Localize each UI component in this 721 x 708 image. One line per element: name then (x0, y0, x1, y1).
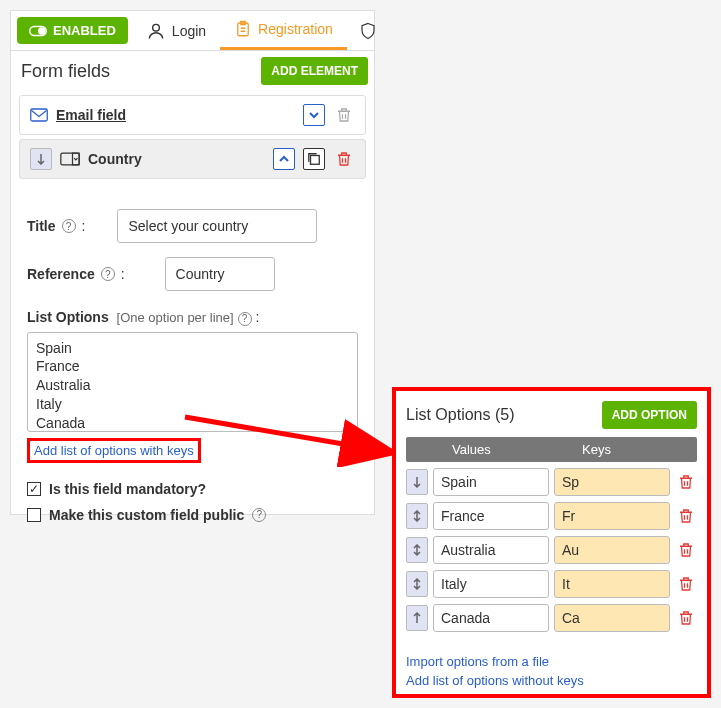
list-options-hint: [One option per line] (117, 310, 234, 325)
option-drag-handle[interactable] (406, 537, 428, 563)
field-row-country[interactable]: Country (19, 139, 366, 179)
svg-point-2 (153, 24, 160, 31)
option-row (406, 536, 697, 564)
enabled-label: ENABLED (53, 23, 116, 38)
add-options-with-keys-link[interactable]: Add list of options with keys (27, 438, 201, 463)
field-properties: Title ?: Reference ?: List Options [One … (11, 183, 374, 545)
option-key-input[interactable] (554, 468, 670, 496)
delete-option-button[interactable] (675, 573, 697, 595)
list-options-title: List Options (5) (406, 406, 514, 424)
public-label: Make this custom field public (49, 507, 244, 523)
tab-registration[interactable]: Registration (220, 11, 347, 50)
login-icon (146, 21, 166, 41)
help-icon[interactable]: ? (252, 508, 266, 522)
mandatory-label: Is this field mandatory? (49, 481, 206, 497)
email-icon (30, 108, 48, 122)
reference-label: Reference (27, 266, 95, 282)
help-icon[interactable]: ? (62, 219, 76, 233)
enabled-icon (29, 24, 47, 38)
col-values-label: Values (452, 442, 572, 457)
option-drag-handle[interactable] (406, 571, 428, 597)
add-element-button[interactable]: ADD ELEMENT (261, 57, 368, 85)
shield-icon (359, 21, 377, 41)
field-label: Email field (56, 107, 295, 123)
field-row-email[interactable]: Email field (19, 95, 366, 135)
delete-button[interactable] (333, 148, 355, 170)
svg-rect-4 (31, 109, 48, 121)
trash-icon (677, 541, 695, 559)
import-options-link[interactable]: Import options from a file (406, 654, 697, 669)
option-key-input[interactable] (554, 502, 670, 530)
dropdown-icon (60, 152, 80, 166)
trash-icon (677, 575, 695, 593)
trash-icon (335, 106, 353, 124)
public-checkbox[interactable] (27, 508, 41, 522)
trash-icon (677, 609, 695, 627)
duplicate-icon (307, 152, 321, 166)
trash-icon (677, 507, 695, 525)
mandatory-checkbox[interactable] (27, 482, 41, 496)
option-row (406, 468, 697, 496)
option-key-input[interactable] (554, 536, 670, 564)
sort-icon (412, 544, 422, 556)
title-input[interactable] (117, 209, 317, 243)
drag-handle[interactable] (30, 148, 52, 170)
option-value-input[interactable] (433, 604, 549, 632)
help-icon[interactable]: ? (101, 267, 115, 281)
form-fields-panel: ENABLED Login Registration Form fields A… (10, 10, 375, 515)
chevron-up-icon (278, 153, 290, 165)
delete-option-button[interactable] (675, 505, 697, 527)
tabs-bar: ENABLED Login Registration (11, 11, 374, 51)
trash-icon (677, 473, 695, 491)
title-label: Title (27, 218, 56, 234)
section-header: Form fields ADD ELEMENT (11, 51, 374, 91)
delete-button[interactable] (333, 104, 355, 126)
enabled-toggle[interactable]: ENABLED (17, 17, 128, 44)
tab-login[interactable]: Login (132, 11, 220, 50)
add-options-without-keys-link[interactable]: Add list of options without keys (406, 673, 697, 688)
help-icon[interactable]: ? (238, 312, 252, 326)
sort-icon (412, 510, 422, 522)
option-drag-handle[interactable] (406, 605, 428, 631)
delete-option-button[interactable] (675, 539, 697, 561)
duplicate-button[interactable] (303, 148, 325, 170)
option-drag-handle[interactable] (406, 503, 428, 529)
add-option-button[interactable]: ADD OPTION (602, 401, 697, 429)
delete-option-button[interactable] (675, 607, 697, 629)
option-row (406, 570, 697, 598)
registration-icon (234, 19, 252, 39)
tab-registration-label: Registration (258, 21, 333, 37)
field-label: Country (88, 151, 265, 167)
svg-point-1 (39, 28, 45, 34)
col-keys-label: Keys (582, 442, 611, 457)
collapse-button[interactable] (273, 148, 295, 170)
option-row (406, 502, 697, 530)
option-key-input[interactable] (554, 570, 670, 598)
option-drag-handle[interactable] (406, 469, 428, 495)
list-options-label: List Options (27, 309, 109, 325)
section-title: Form fields (21, 61, 110, 82)
trash-icon (335, 150, 353, 168)
column-header: Values Keys (406, 437, 697, 462)
option-value-input[interactable] (433, 536, 549, 564)
option-key-input[interactable] (554, 604, 670, 632)
option-value-input[interactable] (433, 502, 549, 530)
svg-rect-7 (311, 156, 320, 165)
sort-icon (412, 612, 422, 624)
tab-shield[interactable] (347, 11, 389, 50)
tab-login-label: Login (172, 23, 206, 39)
option-value-input[interactable] (433, 570, 549, 598)
down-arrow-icon (36, 153, 46, 165)
option-row (406, 604, 697, 632)
list-options-panel: List Options (5) ADD OPTION Values Keys … (392, 387, 711, 698)
sort-icon (412, 578, 422, 590)
sort-icon (412, 476, 422, 488)
chevron-down-icon (308, 109, 320, 121)
expand-button[interactable] (303, 104, 325, 126)
delete-option-button[interactable] (675, 471, 697, 493)
reference-input[interactable] (165, 257, 275, 291)
list-options-textarea[interactable]: Spain France Australia Italy Canada (27, 332, 358, 432)
option-value-input[interactable] (433, 468, 549, 496)
